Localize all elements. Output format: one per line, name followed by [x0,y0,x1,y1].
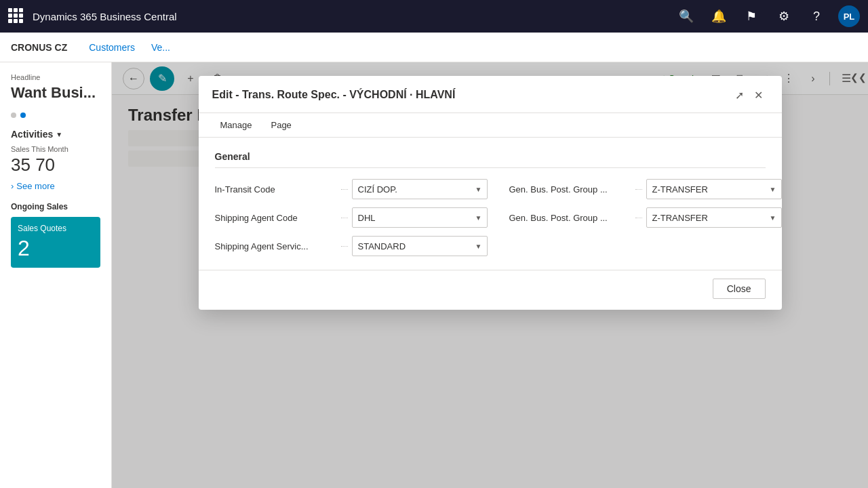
shipping-agent-service-select[interactable]: STANDARD [352,236,488,256]
gen-bus-post-group-2-label: Gen. Bus. Post. Group ... [509,213,631,223]
gen-bus-post-group-1-label: Gen. Bus. Post. Group ... [509,184,631,195]
modal-expand-button[interactable]: ➚ [730,85,749,104]
company-name: CRONUS CZ [11,42,67,53]
dots-separator-5 [341,246,348,247]
see-more-link[interactable]: › See more [11,181,100,191]
manage-tab[interactable]: Manage [212,117,260,133]
tile-label: Sales Quotes [18,224,94,233]
nav-vendors[interactable]: Ve... [143,42,178,53]
modal-close-button[interactable]: ✕ [749,85,768,104]
in-transit-code-label: In-Transit Code [215,184,337,195]
stat-value: 35 70 [11,155,100,176]
page-tab[interactable]: Page [262,117,299,133]
dots-separator [341,189,348,190]
section-general: General [215,151,766,168]
main-content: Headline Want Busi... Activities ▼ Sales… [0,62,868,488]
left-panel: Headline Want Busi... Activities ▼ Sales… [0,62,112,488]
field-shipping-agent-service: Shipping Agent Servic... STANDARD ▼ [215,236,488,256]
close-button[interactable]: Close [713,279,766,299]
field-gen-bus-post-group-1: Gen. Bus. Post. Group ... Z-TRANSFER ▼ [509,179,782,199]
modal-title: Edit - Trans. Route Spec. - VÝCHODNÍ · H… [212,89,730,101]
ongoing-label: Ongoing Sales [11,202,100,211]
activities-header[interactable]: Activities ▼ [11,129,100,140]
headline-text: Want Busi... [11,84,100,102]
tile-value: 2 [18,236,94,261]
search-icon[interactable]: 🔍 [675,5,697,27]
nav-customers[interactable]: Customers [81,42,143,53]
edit-modal: Edit - Trans. Route Spec. - VÝCHODNÍ · H… [199,76,782,310]
headline-label: Headline [11,73,100,81]
activities-label: Activities [11,129,53,140]
shipping-agent-service-label: Shipping Agent Servic... [215,241,337,251]
flag-icon[interactable]: ⚑ [741,5,762,27]
shipping-agent-service-wrapper: STANDARD ▼ [352,236,488,256]
shipping-agent-code-label: Shipping Agent Code [215,213,337,223]
dots-separator-4 [635,218,642,218]
gen-bus-post-group-1-select[interactable]: Z-TRANSFER [646,179,782,199]
chevron-down-icon: ▼ [56,131,62,138]
modal-footer: Close [199,270,782,310]
waffle-menu[interactable] [8,8,24,24]
dots-separator-3 [341,218,348,218]
field-in-transit-code: In-Transit Code CIZÍ DOP. ▼ [215,179,488,199]
modal-body: General In-Transit Code CIZÍ DOP. ▼ [199,138,782,270]
shipping-agent-code-select[interactable]: DHL [352,207,488,228]
sales-quotes-tile[interactable]: Sales Quotes 2 [11,217,100,268]
chevron-right-icon: › [11,181,14,191]
field-shipping-agent-code: Shipping Agent Code DHL ▼ [215,207,488,228]
top-navigation: Dynamics 365 Business Central 🔍 🔔 ⚑ ⚙ ? … [0,0,868,33]
shipping-agent-code-wrapper: DHL ▼ [352,207,488,228]
modal-header: Edit - Trans. Route Spec. - VÝCHODNÍ · H… [199,76,782,113]
form-grid: In-Transit Code CIZÍ DOP. ▼ Gen. [215,179,766,256]
gen-bus-post-group-1-wrapper: Z-TRANSFER ▼ [646,179,782,199]
in-transit-code-select[interactable]: CIZÍ DOP. [352,179,488,199]
notification-icon[interactable]: 🔔 [708,5,730,27]
modal-overlay: Edit - Trans. Route Spec. - VÝCHODNÍ · H… [112,62,868,488]
see-more-text: See more [16,181,54,191]
in-transit-code-wrapper: CIZÍ DOP. ▼ [352,179,488,199]
app-title: Dynamics 365 Business Central [33,11,667,22]
field-gen-bus-post-group-2: Gen. Bus. Post. Group ... Z-TRANSFER ▼ [509,207,782,228]
top-nav-icons: 🔍 🔔 ⚑ ⚙ ? PL [675,5,860,27]
stat-label: Sales This Month [11,145,100,153]
gen-bus-post-group-2-wrapper: Z-TRANSFER ▼ [646,207,782,228]
dot-2[interactable] [20,113,26,118]
avatar[interactable]: PL [838,5,860,27]
dot-1[interactable] [11,113,16,118]
form-empty-cell [509,236,782,256]
modal-toolbar: Manage Page [199,113,782,138]
help-icon[interactable]: ? [806,5,827,27]
right-area: ← ✎ + 🗑 ✓ Saved ✉ ⧉ ➚ ⋮ › ☰ ❮❮ Transfer … [112,62,868,488]
gen-bus-post-group-2-select[interactable]: Z-TRANSFER [646,207,782,228]
second-navigation: CRONUS CZ Customers Ve... [0,33,868,62]
dots-separator-2 [635,189,642,190]
carousel-dots [11,113,100,118]
settings-icon[interactable]: ⚙ [773,5,795,27]
